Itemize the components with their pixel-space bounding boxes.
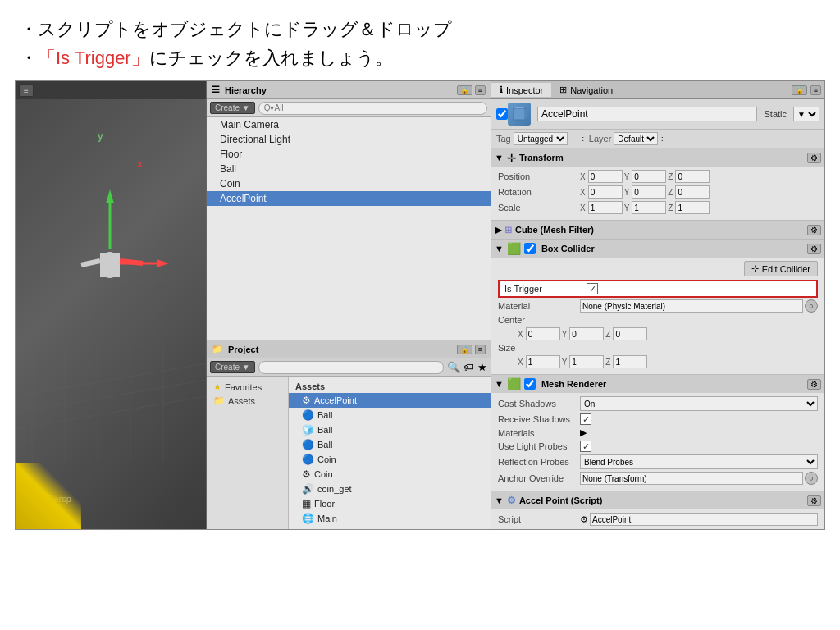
inspector-panel: ℹ Inspector ⊞ Navigation 🔒 ≡ xyxy=(491,81,824,529)
mesh-renderer-enable[interactable] xyxy=(524,378,536,390)
scale-z[interactable] xyxy=(675,201,710,214)
anchor-override-label: Anchor Override xyxy=(498,473,580,483)
asset-ball-3[interactable]: 🔵 Ball xyxy=(289,437,491,452)
viewport-menu-btn[interactable]: ≡ xyxy=(19,84,34,97)
rot-x[interactable] xyxy=(588,185,623,199)
mesh-renderer-title: Mesh Renderer xyxy=(541,379,606,389)
project-favorites[interactable]: ★ Favorites xyxy=(207,380,288,394)
tag-label: Tag xyxy=(496,134,511,144)
project-menu-btn[interactable]: ≡ xyxy=(475,345,486,354)
inspector-lock-btn[interactable]: 🔒 xyxy=(792,85,807,95)
rot-y[interactable] xyxy=(632,185,666,199)
size-label-row: Size xyxy=(498,343,818,353)
accel-script-expand: ▼ xyxy=(495,495,504,505)
asset-main[interactable]: 🌐 Main xyxy=(289,511,491,526)
position-label: Position xyxy=(498,171,580,181)
project-lock-btn[interactable]: 🔒 xyxy=(457,345,472,354)
inspector-menu-btn[interactable]: ≡ xyxy=(810,85,821,95)
project-search[interactable] xyxy=(258,361,444,374)
use-light-probes-checkbox[interactable]: ✓ xyxy=(580,441,591,452)
size-y[interactable] xyxy=(569,355,604,368)
mesh-renderer-icon: 🟩 xyxy=(507,377,521,390)
tag-select[interactable]: Untagged xyxy=(514,132,568,145)
rot-z[interactable] xyxy=(675,185,710,199)
asset-coin-2[interactable]: ⚙ Coin xyxy=(289,467,491,482)
hierarchy-create-btn[interactable]: Create ▼ xyxy=(210,102,255,114)
hier-item-main-camera[interactable]: Main Camera xyxy=(207,117,491,132)
center-label-row: Center xyxy=(498,315,818,325)
receive-shadows-checkbox[interactable]: ✓ xyxy=(580,413,591,425)
cast-shadows-select[interactable]: On xyxy=(580,396,818,411)
center-z[interactable] xyxy=(613,327,647,340)
accel-script-settings-btn[interactable]: ⚙ xyxy=(807,495,821,506)
box-collider-expand: ▼ xyxy=(495,244,504,253)
use-light-probes-row: Use Light Probes ✓ xyxy=(498,441,818,452)
mesh-filter-icon: ⊞ xyxy=(504,225,512,235)
mesh-renderer-expand: ▼ xyxy=(495,379,504,389)
mesh-filter-header[interactable]: ▶ ⊞ Cube (Mesh Filter) ⚙ xyxy=(491,221,824,239)
pos-y[interactable] xyxy=(632,170,666,183)
pos-x[interactable] xyxy=(588,170,623,183)
hier-item-directional-light[interactable]: Directional Light xyxy=(207,132,491,147)
box-collider-header[interactable]: ▼ 🟩 Box Collider ⚙ xyxy=(491,240,824,258)
object-name-input[interactable] xyxy=(537,107,757,121)
tag-layer-row: Tag Untagged ÷ Layer Default ÷ xyxy=(491,130,824,148)
box-collider-settings-btn[interactable]: ⚙ xyxy=(807,244,821,254)
box-collider-enable[interactable] xyxy=(524,243,536,254)
materials-expand-icon: ▶ xyxy=(580,427,587,438)
transform-settings-btn[interactable]: ⚙ xyxy=(807,153,821,163)
asset-ball-1[interactable]: 🔵 Ball xyxy=(289,408,491,422)
anchor-override-input[interactable] xyxy=(580,472,803,485)
svg-rect-9 xyxy=(100,253,120,277)
size-x[interactable] xyxy=(526,355,560,368)
asset-floor[interactable]: ▦ Floor xyxy=(289,496,491,511)
hier-item-accelpoint[interactable]: AccelPoint xyxy=(207,191,491,206)
is-trigger-checkbox[interactable]: ✓ xyxy=(587,283,598,294)
script-icon-2: ⚙ xyxy=(302,468,311,480)
scale-x[interactable] xyxy=(588,201,623,214)
transform-header[interactable]: ▼ ⊹ Transform ⚙ xyxy=(491,148,824,167)
center-y[interactable] xyxy=(569,327,604,340)
hier-item-ball[interactable]: Ball xyxy=(207,162,491,176)
viewport: ≡ xyxy=(16,81,206,529)
mesh-renderer-settings-btn[interactable]: ⚙ xyxy=(807,379,821,390)
material-input[interactable] xyxy=(580,299,803,313)
scale-y[interactable] xyxy=(632,201,666,214)
transform-title: Transform xyxy=(519,153,564,162)
folder-icon: 📁 xyxy=(213,395,225,406)
object-active-checkbox[interactable] xyxy=(496,108,508,120)
asset-coin-get[interactable]: 🔊 coin_get xyxy=(289,482,491,496)
center-x[interactable] xyxy=(526,327,560,340)
tab-inspector[interactable]: ℹ Inspector xyxy=(491,83,551,97)
script-value-input[interactable] xyxy=(590,513,818,526)
box-collider-icon: 🟩 xyxy=(507,242,521,255)
mesh-renderer-header[interactable]: ▼ 🟩 Mesh Renderer ⚙ xyxy=(491,375,824,393)
asset-ball-2[interactable]: 🧊 Ball xyxy=(289,422,491,437)
static-dropdown[interactable]: ▼ xyxy=(793,107,819,121)
hierarchy-list[interactable]: Main Camera Directional Light Floor Ball… xyxy=(207,117,491,340)
project-assets-list: Assets ⚙ AccelPoint 🔵 Ball 🧊 Ball 🔵 xyxy=(289,377,491,529)
project-assets-nav[interactable]: 📁 Assets xyxy=(207,394,288,408)
reflection-probes-select[interactable]: Blend Probes xyxy=(580,454,818,469)
edit-collider-btn[interactable]: ⊹ Edit Collider xyxy=(744,261,818,276)
hierarchy-menu-btn[interactable]: ≡ xyxy=(475,85,486,95)
project-create-btn[interactable]: Create ▼ xyxy=(210,361,255,373)
asset-coin-1[interactable]: 🔵 Coin xyxy=(289,452,491,467)
tab-navigation[interactable]: ⊞ Navigation xyxy=(551,83,621,97)
accel-script-header[interactable]: ▼ ⚙ Accel Point (Script) ⚙ xyxy=(491,491,824,509)
hier-item-coin[interactable]: Coin xyxy=(207,176,491,191)
accel-script-title: Accel Point (Script) xyxy=(519,495,602,505)
size-z[interactable] xyxy=(613,355,647,368)
hierarchy-lock-btn[interactable]: 🔒 xyxy=(457,85,472,95)
layer-select[interactable]: Default xyxy=(614,132,658,145)
material-circle-btn[interactable]: ○ xyxy=(805,299,818,313)
asset-accelpoint[interactable]: ⚙ AccelPoint xyxy=(289,393,491,408)
reflection-probes-row: Reflection Probes Blend Probes xyxy=(498,454,818,469)
hier-item-floor[interactable]: Floor xyxy=(207,147,491,162)
anchor-override-circle-btn[interactable]: ○ xyxy=(805,472,818,485)
hierarchy-search[interactable] xyxy=(258,102,487,115)
mesh-filter-settings-btn[interactable]: ⚙ xyxy=(807,225,821,235)
sphere-icon-1: 🔵 xyxy=(302,409,314,421)
materials-row: Materials ▶ xyxy=(498,427,818,438)
pos-z[interactable] xyxy=(675,170,710,183)
